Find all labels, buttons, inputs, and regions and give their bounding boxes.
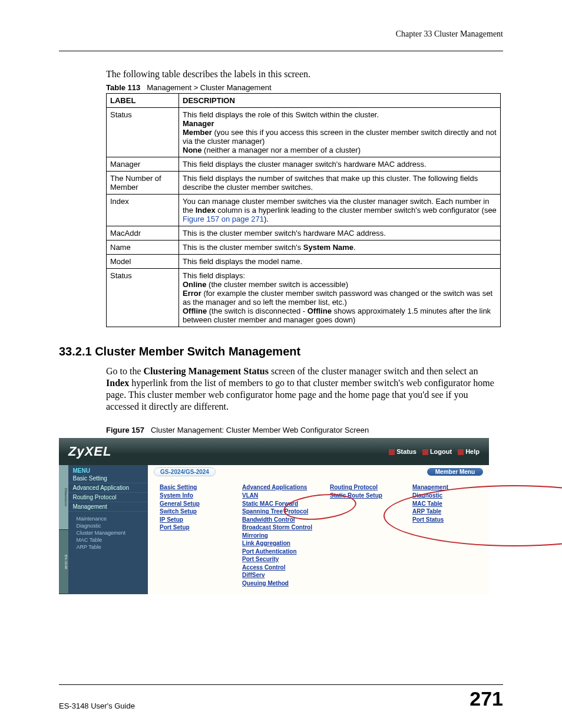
status-link[interactable]: Status (389, 448, 416, 455)
section-heading: 33.2.1 Cluster Member Switch Management (59, 345, 503, 358)
member-menu-button[interactable]: Member Menu (427, 468, 483, 476)
menu-link[interactable]: MAC Table (412, 500, 477, 508)
breadcrumb-bar: GS-2024/GS-2024 Member Menu (148, 465, 489, 478)
fig-body: Dimension ES-3148 MENU Basic Setting Adv… (59, 465, 489, 594)
menu-link[interactable]: ARP Table (412, 508, 477, 516)
sidebar-item-advanced[interactable]: Advanced Application (68, 483, 148, 493)
status-icon (389, 449, 395, 455)
page-footer: ES-3148 User's Guide 271 (59, 684, 503, 710)
menu-link[interactable]: Port Setup (160, 523, 224, 532)
table-title: Management > Cluster Management (147, 83, 271, 92)
table-row: Manager This field displays the cluster … (107, 157, 501, 172)
brand-logo: ZyXEL (68, 444, 111, 459)
row-label: Status (107, 108, 179, 157)
table-row: Name This is the cluster member switch's… (107, 241, 501, 255)
page-number: 271 (470, 687, 503, 710)
figure-title: Cluster Management: Cluster Member Web C… (151, 426, 369, 434)
fig-topbar: ZyXEL Status Logout Help (59, 438, 489, 465)
row-label: The Number of Member (107, 172, 179, 195)
sidebar-sub-diagnostic[interactable]: Diagnostic (68, 522, 148, 529)
menu-link[interactable]: DiffServ (242, 571, 312, 579)
sidebar-sub-mactable[interactable]: MAC Table (68, 536, 148, 543)
row-desc: This field displays the role of this Swi… (179, 108, 501, 157)
table-header-row: LABEL DESCRIPTION (107, 94, 501, 108)
row-label: Index (107, 195, 179, 226)
section-body: Go to the Clustering Management Status s… (106, 365, 503, 413)
menu-link[interactable]: Mirroring (242, 532, 312, 540)
menu-link[interactable]: Port Authentication (242, 548, 312, 556)
col-routing: Routing Protocol Static Route Setup (330, 484, 395, 587)
row-label: Manager (107, 157, 179, 172)
menu-link[interactable]: Port Security (242, 555, 312, 564)
vtab-dimension[interactable]: Dimension (59, 465, 68, 530)
row-desc: This is the cluster member switch's Syst… (179, 241, 501, 255)
table-row: Model This field displays the model name… (107, 255, 501, 269)
row-label: Model (107, 255, 179, 269)
row-desc: This field displays: Online (the cluster… (179, 269, 501, 327)
page-header: Chapter 33 Cluster Management (59, 29, 503, 51)
col-head: Routing Protocol (330, 484, 395, 490)
figure-caption: Figure 157 Cluster Management: Cluster M… (106, 426, 503, 434)
top-right-links: Status Logout Help (389, 448, 480, 455)
description-table: LABEL DESCRIPTION Status This field disp… (106, 93, 501, 327)
row-desc: This field displays the number of switch… (179, 172, 501, 195)
col-head: Management (412, 484, 477, 490)
sidebar-sub-arptable[interactable]: ARP Table (68, 543, 148, 551)
menu-link[interactable]: Port Status (412, 516, 477, 524)
menu-link[interactable]: IP Setup (160, 516, 224, 524)
help-link[interactable]: Help (458, 448, 480, 455)
sidebar-item-management[interactable]: Management (68, 502, 148, 512)
figure-link[interactable]: Figure 157 on page 271 (183, 215, 264, 223)
menu-link[interactable]: Link Aggregation (242, 539, 312, 548)
logout-link[interactable]: Logout (422, 448, 452, 455)
footer-guide: ES-3148 User's Guide (59, 701, 135, 710)
col-label: LABEL (107, 94, 179, 108)
logout-icon (422, 449, 428, 455)
sidebar-sub-maintenance[interactable]: Maintenance (68, 515, 148, 522)
menu-link[interactable]: Switch Setup (160, 508, 224, 516)
table-row: MacAddr This is the cluster member switc… (107, 226, 501, 241)
row-label: MacAddr (107, 226, 179, 241)
table-row: Index You can manage cluster member swit… (107, 195, 501, 226)
table-row: The Number of Member This field displays… (107, 172, 501, 195)
col-advanced: Advanced Applications VLAN Static MAC Fo… (242, 484, 312, 587)
intro-text: The following table describes the labels… (106, 69, 503, 80)
menu-link[interactable]: Static MAC Forward (242, 500, 312, 508)
menu-link[interactable]: Broadcast Storm Control (242, 523, 312, 532)
menu-link[interactable]: Bandwidth Control (242, 516, 312, 524)
menu-grid: Basic Setting System Info General Setup … (148, 478, 489, 594)
sidebar-item-routing[interactable]: Routing Protocol (68, 493, 148, 502)
table-caption: Table 113 Management > Cluster Managemen… (106, 83, 503, 92)
sidebar-item-basic[interactable]: Basic Setting (68, 474, 148, 483)
figure-screenshot: ZyXEL Status Logout Help Dimension ES-31… (59, 438, 489, 594)
figure-num: Figure 157 (106, 426, 144, 434)
menu-link[interactable]: System Info (160, 492, 224, 500)
menu-link[interactable]: VLAN (242, 492, 312, 500)
menu-link[interactable]: Static Route Setup (330, 492, 395, 500)
menu-link[interactable]: General Setup (160, 500, 224, 508)
table-row: Status This field displays the role of t… (107, 108, 501, 157)
row-desc: You can manage cluster member switches v… (179, 195, 501, 226)
menu-link[interactable]: Diagnostic (412, 492, 477, 500)
row-label: Name (107, 241, 179, 255)
row-desc: This field displays the model name. (179, 255, 501, 269)
chapter-label: Chapter 33 Cluster Management (396, 29, 503, 38)
content-area: GS-2024/GS-2024 Member Menu Basic Settin… (148, 465, 489, 594)
help-icon (458, 449, 464, 455)
col-head: Advanced Applications (242, 484, 312, 490)
breadcrumb-left: GS-2024/GS-2024 (154, 467, 216, 476)
col-management: Management Diagnostic MAC Table ARP Tabl… (412, 484, 477, 587)
menu-link[interactable]: Access Control (242, 564, 312, 572)
menu-link[interactable]: Spanning Tree Protocol (242, 508, 312, 516)
row-desc: This field displays the cluster manager … (179, 157, 501, 172)
vtab-es3148[interactable]: ES-3148 (59, 530, 68, 595)
sidebar-sub-cluster[interactable]: Cluster Management (68, 529, 148, 536)
sidebar: MENU Basic Setting Advanced Application … (68, 465, 148, 594)
sidebar-menu-label: MENU (68, 466, 148, 474)
table-num: Table 113 (106, 83, 140, 92)
row-label: Status (107, 269, 179, 327)
menu-link[interactable]: Queuing Method (242, 579, 312, 588)
table-row: Status This field displays: Online (the … (107, 269, 501, 327)
col-head: Basic Setting (160, 484, 224, 490)
vertical-tabs: Dimension ES-3148 (59, 465, 68, 594)
